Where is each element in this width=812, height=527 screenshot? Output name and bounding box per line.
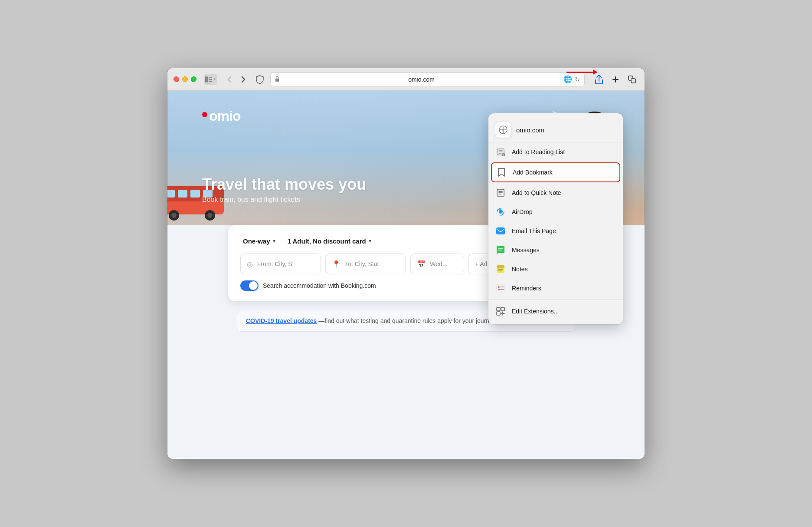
svg-rect-27 <box>167 190 175 198</box>
notes-icon <box>495 264 506 274</box>
extensions-svg <box>496 306 505 316</box>
omio-dot <box>202 112 207 117</box>
accommodation-toggle[interactable] <box>240 280 259 291</box>
quick-note-label: Add to Quick Note <box>512 189 561 196</box>
arrow-indicator <box>566 72 597 73</box>
site-name-label: omio.com <box>516 126 544 134</box>
svg-rect-48 <box>497 307 500 311</box>
svg-point-34 <box>207 213 213 218</box>
svg-rect-29 <box>190 190 200 198</box>
email-svg <box>496 227 505 235</box>
share-icon <box>595 75 603 84</box>
trip-type-label: One-way <box>243 237 270 245</box>
menu-item-airdrop[interactable]: AirDrop <box>488 202 623 221</box>
shield-icon <box>256 75 264 84</box>
menu-item-notes[interactable]: Notes <box>488 260 623 279</box>
red-arrow <box>566 72 597 73</box>
chevron-icon-2: ▾ <box>369 238 371 244</box>
hero-headline: Travel that moves you <box>202 176 366 193</box>
svg-rect-45 <box>497 284 504 292</box>
browser-window: omio.com 🌐 ↻ <box>167 68 645 459</box>
reminders-svg <box>496 283 505 293</box>
extensions-icon <box>495 306 506 316</box>
menu-item-messages[interactable]: Messages <box>488 240 623 260</box>
tabs-icon <box>628 76 636 83</box>
sidebar-icon <box>205 76 212 82</box>
chevron-icon: ▾ <box>273 238 275 244</box>
translate-icon[interactable]: 🌐 <box>563 75 572 83</box>
svg-rect-6 <box>631 79 635 83</box>
to-field[interactable]: 📍 To: City, Stat <box>325 254 406 274</box>
from-field[interactable]: ◎ From: City, S <box>240 254 321 274</box>
address-bar-icons: 🌐 ↻ <box>563 75 580 83</box>
menu-item-reminders[interactable]: Reminders <box>488 279 623 298</box>
date-field[interactable]: 📅 Wed... <box>410 254 464 274</box>
notes-svg <box>496 264 505 274</box>
quick-note-svg <box>496 188 505 197</box>
share-button[interactable] <box>593 73 606 86</box>
messages-label: Messages <box>512 247 540 254</box>
menu-item-edit-extensions[interactable]: Edit Extensions... <box>488 302 623 321</box>
url-text: omio.com <box>282 76 561 83</box>
from-placeholder: From: City, S <box>257 260 292 267</box>
messages-icon <box>495 245 506 255</box>
omio-logo: omio <box>202 108 240 124</box>
close-button[interactable] <box>174 76 179 82</box>
traffic-lights <box>174 76 196 82</box>
menu-divider <box>488 300 623 300</box>
menu-item-quick-note[interactable]: Add to Quick Note <box>488 183 623 202</box>
svg-rect-42 <box>496 227 505 234</box>
title-bar: omio.com 🌐 ↻ <box>167 68 645 91</box>
bookmark-svg <box>498 168 505 177</box>
menu-item-add-bookmark[interactable]: Add Bookmark <box>491 162 620 182</box>
reading-list-label: Add to Reading List <box>512 148 565 155</box>
svg-point-46 <box>498 286 500 288</box>
reminders-icon <box>495 283 506 293</box>
menu-item-email[interactable]: Email This Page <box>488 221 623 240</box>
reminders-label: Reminders <box>512 285 541 292</box>
bookmark-icon <box>496 167 507 178</box>
calendar-icon: 📅 <box>417 260 426 268</box>
covid-text: —find out what testing and quarantine ru… <box>318 317 497 324</box>
chevron-down-icon <box>213 77 216 82</box>
svg-rect-49 <box>501 307 504 311</box>
date-placeholder: Wed... <box>430 260 447 267</box>
web-content: ✈ omio <box>167 91 645 459</box>
airdrop-label: AirDrop <box>512 208 532 215</box>
plus-icon <box>612 76 619 83</box>
email-icon <box>495 226 506 236</box>
toolbar-right <box>593 73 638 86</box>
svg-rect-4 <box>275 79 279 82</box>
address-bar[interactable]: omio.com 🌐 ↻ <box>270 72 585 86</box>
reload-icon[interactable]: ↻ <box>575 76 580 83</box>
lock-icon-svg <box>275 76 279 82</box>
shield-button[interactable] <box>254 73 266 86</box>
quick-note-icon <box>495 188 506 198</box>
accommodation-label: Search accommodation with Booking.com <box>263 282 376 289</box>
airdrop-svg <box>496 207 505 217</box>
sidebar-toggle-button[interactable] <box>204 74 217 85</box>
share-dropdown-menu: omio.com Add to Reading List <box>488 113 623 324</box>
reading-list-icon <box>495 147 506 157</box>
omio-logo-text: omio <box>209 108 240 124</box>
passengers-dropdown[interactable]: 1 Adult, No discount card ▾ <box>285 236 374 247</box>
toggle-thumb <box>249 281 258 290</box>
tabs-button[interactable] <box>625 73 638 86</box>
new-tab-button[interactable] <box>609 73 622 86</box>
forward-button[interactable] <box>237 73 249 86</box>
svg-point-32 <box>171 213 177 218</box>
add-bookmark-label: Add Bookmark <box>513 169 553 176</box>
minimize-button[interactable] <box>182 76 188 82</box>
svg-rect-0 <box>205 76 208 82</box>
back-button[interactable] <box>223 73 236 86</box>
trip-type-dropdown[interactable]: One-way ▾ <box>240 236 278 247</box>
menu-item-reading-list[interactable]: Add to Reading List <box>488 142 623 161</box>
dropdown-header: omio.com <box>488 117 623 142</box>
maximize-button[interactable] <box>191 76 196 82</box>
covid-link[interactable]: COVID-19 travel updates <box>246 317 317 324</box>
back-icon <box>227 76 232 83</box>
passengers-label: 1 Adult, No discount card <box>288 237 366 245</box>
edit-extensions-label: Edit Extensions... <box>512 308 559 315</box>
svg-rect-1 <box>209 77 212 78</box>
hero-subheadline: Book train, bus and flight tickets <box>202 196 366 204</box>
